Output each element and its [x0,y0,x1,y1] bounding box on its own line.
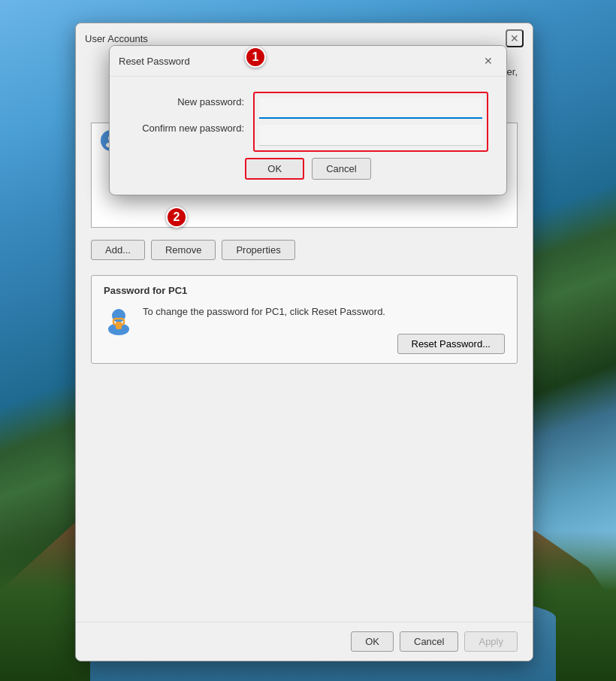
labels-column: New password: Confirm new password: [128,92,244,134]
dialog-title: Reset Password [119,56,190,67]
dialog-title-bar: Reset Password ✕ [110,46,506,77]
step-badge-1: 1 [245,47,266,68]
password-fields-highlight [253,92,488,152]
confirm-password-label: Confirm new password: [128,123,244,134]
dialog-close-button[interactable]: ✕ [479,52,497,70]
dialog-buttons-row: OK Cancel [128,152,488,183]
dialog-cancel-button[interactable]: Cancel [312,158,370,180]
reset-password-dialog: Reset Password ✕ New password: Confirm n… [109,45,507,195]
step-badge-2: 2 [166,207,187,228]
dialog-fields-container: New password: Confirm new password: [128,92,488,152]
dialog-body: New password: Confirm new password: OK C… [110,77,506,195]
dialog-overlay: Reset Password ✕ New password: Confirm n… [0,0,616,681]
confirm-password-input[interactable] [259,125,482,146]
new-password-input[interactable] [259,98,482,119]
dialog-ok-button[interactable]: OK [245,158,304,180]
new-password-label: New password: [128,96,244,107]
